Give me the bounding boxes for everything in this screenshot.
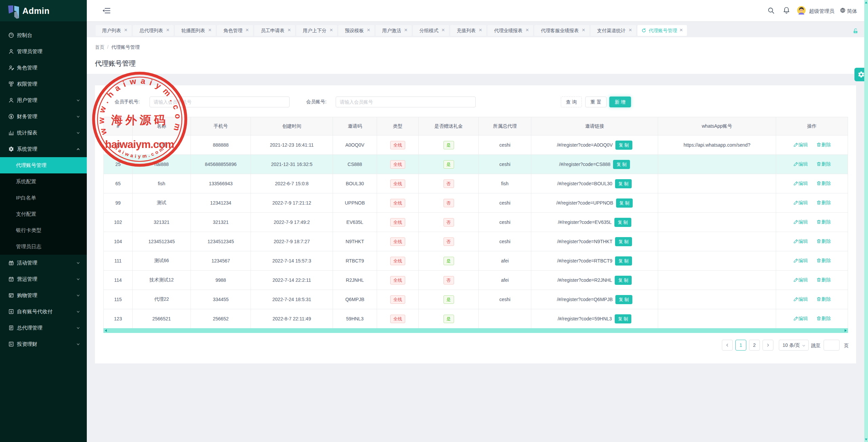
svg-text:海外源码: 海外源码 [111,113,168,126]
